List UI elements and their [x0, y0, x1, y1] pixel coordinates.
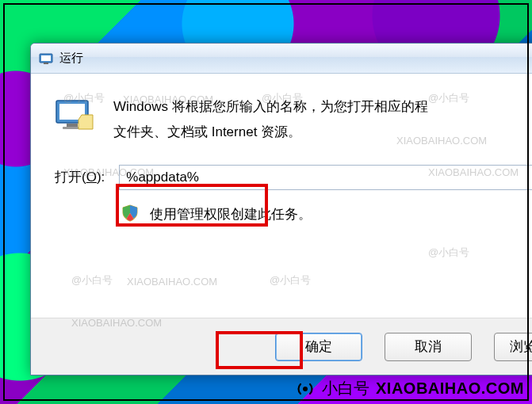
- run-dialog-icon: [55, 97, 94, 131]
- window-title: 运行: [59, 51, 83, 66]
- footer-cn: 小白号: [322, 378, 369, 399]
- ok-button[interactable]: 确定: [275, 333, 362, 361]
- titlebar: 运行: [31, 44, 532, 74]
- open-label: 打开(O):: [55, 168, 105, 186]
- shield-icon: [121, 204, 139, 225]
- button-bar: 确定 取消 浏览(: [31, 318, 532, 375]
- description-line1: Windows 将根据您所输入的名称，为您打开相应的程: [113, 99, 428, 114]
- description-text: Windows 将根据您所输入的名称，为您打开相应的程 文件夹、文档或 Inte…: [113, 94, 428, 146]
- footer-brand: 小白号 XIAOBAIHAO.COM: [295, 378, 524, 399]
- description-line2: 文件夹、文档或 Internet 资源。: [113, 124, 301, 139]
- shield-text: 使用管理权限创建此任务。: [150, 205, 312, 223]
- cancel-button[interactable]: 取消: [385, 333, 472, 361]
- footer-en: XIAOBAIHAO.COM: [376, 379, 524, 398]
- run-title-icon: [39, 51, 53, 66]
- broadcast-icon: [295, 379, 316, 399]
- open-input[interactable]: [119, 165, 532, 190]
- svg-rect-2: [44, 63, 48, 64]
- dialog-body: Windows 将根据您所输入的名称，为您打开相应的程 文件夹、文档或 Inte…: [31, 74, 532, 318]
- svg-rect-1: [41, 55, 51, 61]
- svg-point-7: [303, 387, 308, 391]
- browse-button[interactable]: 浏览(: [494, 333, 532, 361]
- run-dialog: 运行 Windows 将根据您所输入的名称，为您打开相应的程 文件夹、文档或 I…: [30, 43, 532, 375]
- svg-rect-5: [67, 124, 78, 127]
